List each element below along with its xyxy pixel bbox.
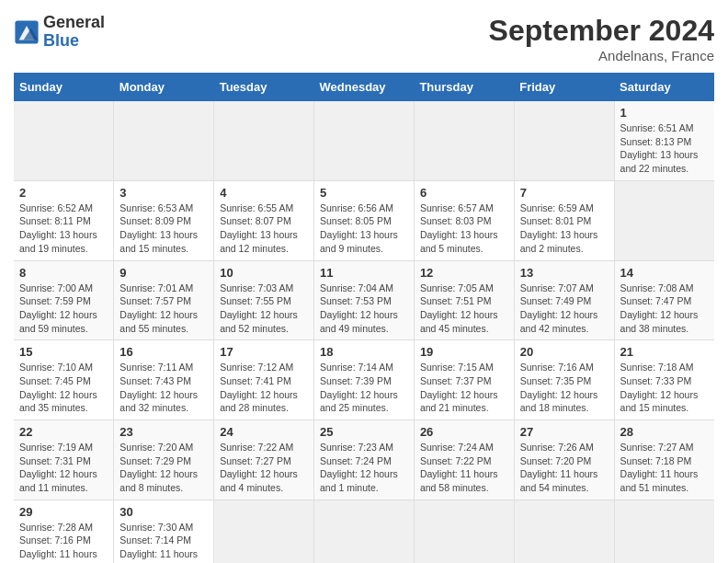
calendar-week-1: 1Sunrise: 6:51 AMSunset: 8:13 PMDaylight… — [14, 101, 714, 180]
day-number: 17 — [220, 345, 308, 359]
day-number: 30 — [119, 505, 208, 519]
day-number: 13 — [520, 266, 609, 280]
day-info: Sunrise: 6:55 AMSunset: 8:07 PMDaylight:… — [220, 202, 298, 254]
day-number: 3 — [119, 186, 208, 200]
calendar-table: SundayMondayTuesdayWednesdayThursdayFrid… — [14, 73, 714, 563]
calendar-cell — [414, 101, 514, 180]
day-number: 9 — [119, 266, 208, 280]
day-number: 11 — [320, 266, 408, 280]
day-number: 1 — [620, 106, 709, 120]
calendar-week-3: 15Sunrise: 7:10 AMSunset: 7:45 PMDayligh… — [14, 340, 714, 420]
day-number: 19 — [420, 345, 508, 359]
day-info: Sunrise: 6:56 AMSunset: 8:05 PMDaylight:… — [320, 202, 398, 254]
day-info: Sunrise: 7:07 AMSunset: 7:49 PMDaylight:… — [520, 282, 598, 334]
calendar-cell — [514, 101, 614, 180]
day-info: Sunrise: 7:14 AMSunset: 7:39 PMDaylight:… — [320, 362, 398, 413]
day-info: Sunrise: 7:08 AMSunset: 7:47 PMDaylight:… — [620, 282, 699, 334]
day-info: Sunrise: 7:01 AMSunset: 7:57 PMDaylight:… — [119, 282, 198, 334]
day-number: 25 — [320, 425, 408, 439]
calendar-cell: 28Sunrise: 7:27 AMSunset: 7:18 PMDayligh… — [614, 420, 714, 500]
calendar-cell: 12Sunrise: 7:05 AMSunset: 7:51 PMDayligh… — [414, 260, 514, 340]
calendar-week-4: 22Sunrise: 7:19 AMSunset: 7:31 PMDayligh… — [14, 420, 714, 500]
day-info: Sunrise: 7:23 AMSunset: 7:24 PMDaylight:… — [320, 442, 398, 493]
calendar-cell: 30Sunrise: 7:30 AMSunset: 7:14 PMDayligh… — [114, 500, 214, 563]
header-sunday: Sunday — [14, 73, 114, 101]
day-info: Sunrise: 7:15 AMSunset: 7:37 PMDaylight:… — [420, 362, 498, 413]
calendar-cell: 19Sunrise: 7:15 AMSunset: 7:37 PMDayligh… — [414, 340, 514, 420]
calendar-cell: 9Sunrise: 7:01 AMSunset: 7:57 PMDaylight… — [114, 260, 214, 340]
day-info: Sunrise: 7:11 AMSunset: 7:43 PMDaylight:… — [119, 362, 198, 413]
calendar-week-1b: 2Sunrise: 6:52 AMSunset: 8:11 PMDaylight… — [14, 180, 714, 260]
calendar-cell: 2Sunrise: 6:52 AMSunset: 8:11 PMDaylight… — [14, 180, 114, 260]
day-number: 22 — [19, 425, 108, 439]
day-info: Sunrise: 7:16 AMSunset: 7:35 PMDaylight:… — [520, 362, 598, 413]
calendar-cell — [414, 500, 514, 563]
title-area: September 2024 Andelnans, France — [489, 14, 714, 63]
day-info: Sunrise: 7:27 AMSunset: 7:18 PMDaylight:… — [620, 442, 699, 493]
day-number: 14 — [620, 266, 709, 280]
calendar-cell: 29Sunrise: 7:28 AMSunset: 7:16 PMDayligh… — [14, 500, 114, 563]
calendar-week-2: 8Sunrise: 7:00 AMSunset: 7:59 PMDaylight… — [14, 260, 714, 340]
logo-text: General Blue — [43, 14, 105, 51]
day-info: Sunrise: 7:00 AMSunset: 7:59 PMDaylight:… — [19, 282, 97, 334]
day-number: 29 — [19, 505, 108, 519]
calendar-cell: 16Sunrise: 7:11 AMSunset: 7:43 PMDayligh… — [114, 340, 214, 420]
day-info: Sunrise: 7:04 AMSunset: 7:53 PMDaylight:… — [320, 282, 398, 334]
header-thursday: Thursday — [414, 73, 514, 101]
logo-blue-text: Blue — [43, 32, 105, 51]
calendar-cell: 13Sunrise: 7:07 AMSunset: 7:49 PMDayligh… — [514, 260, 614, 340]
day-info: Sunrise: 6:57 AMSunset: 8:03 PMDaylight:… — [420, 202, 498, 254]
calendar-cell — [214, 101, 314, 180]
day-info: Sunrise: 7:20 AMSunset: 7:29 PMDaylight:… — [119, 442, 198, 493]
calendar-cell: 11Sunrise: 7:04 AMSunset: 7:53 PMDayligh… — [314, 260, 415, 340]
calendar-cell — [514, 500, 614, 563]
calendar-cell: 21Sunrise: 7:18 AMSunset: 7:33 PMDayligh… — [614, 340, 714, 420]
day-info: Sunrise: 7:19 AMSunset: 7:31 PMDaylight:… — [19, 442, 97, 493]
calendar-cell — [14, 101, 114, 180]
day-info: Sunrise: 7:05 AMSunset: 7:51 PMDaylight:… — [420, 282, 498, 334]
header-friday: Friday — [514, 73, 614, 101]
calendar-cell: 14Sunrise: 7:08 AMSunset: 7:47 PMDayligh… — [614, 260, 714, 340]
calendar-cell: 24Sunrise: 7:22 AMSunset: 7:27 PMDayligh… — [214, 420, 314, 500]
calendar-cell: 10Sunrise: 7:03 AMSunset: 7:55 PMDayligh… — [214, 260, 314, 340]
header-saturday: Saturday — [614, 73, 714, 101]
day-info: Sunrise: 7:28 AMSunset: 7:16 PMDaylight:… — [19, 522, 97, 563]
day-number: 28 — [620, 425, 709, 439]
calendar-cell: 7Sunrise: 6:59 AMSunset: 8:01 PMDaylight… — [514, 180, 614, 260]
calendar-cell — [314, 101, 415, 180]
logo: General Blue — [14, 14, 105, 51]
day-number: 27 — [520, 425, 609, 439]
day-number: 6 — [420, 186, 508, 200]
day-number: 16 — [119, 345, 208, 359]
day-number: 2 — [19, 186, 108, 200]
page-header: General Blue September 2024 Andelnans, F… — [14, 14, 714, 63]
calendar-cell: 27Sunrise: 7:26 AMSunset: 7:20 PMDayligh… — [514, 420, 614, 500]
calendar-cell: 3Sunrise: 6:53 AMSunset: 8:09 PMDaylight… — [114, 180, 214, 260]
calendar-cell: 26Sunrise: 7:24 AMSunset: 7:22 PMDayligh… — [414, 420, 514, 500]
calendar-cell: 1Sunrise: 6:51 AMSunset: 8:13 PMDaylight… — [614, 101, 714, 180]
day-number: 23 — [119, 425, 208, 439]
day-number: 24 — [220, 425, 308, 439]
day-number: 12 — [420, 266, 508, 280]
calendar-cell: 22Sunrise: 7:19 AMSunset: 7:31 PMDayligh… — [14, 420, 114, 500]
header-tuesday: Tuesday — [214, 73, 314, 101]
calendar-cell: 17Sunrise: 7:12 AMSunset: 7:41 PMDayligh… — [214, 340, 314, 420]
header-monday: Monday — [114, 73, 214, 101]
calendar-cell — [614, 500, 714, 563]
day-info: Sunrise: 6:52 AMSunset: 8:11 PMDaylight:… — [19, 202, 97, 254]
logo-general-text: General — [43, 14, 105, 32]
month-title: September 2024 — [489, 14, 714, 48]
day-number: 10 — [220, 266, 308, 280]
day-number: 20 — [520, 345, 609, 359]
calendar-cell: 23Sunrise: 7:20 AMSunset: 7:29 PMDayligh… — [114, 420, 214, 500]
day-info: Sunrise: 7:26 AMSunset: 7:20 PMDaylight:… — [520, 442, 598, 493]
day-number: 4 — [220, 186, 308, 200]
calendar-week-5: 29Sunrise: 7:28 AMSunset: 7:16 PMDayligh… — [14, 500, 714, 563]
day-info: Sunrise: 7:12 AMSunset: 7:41 PMDaylight:… — [220, 362, 298, 413]
day-info: Sunrise: 7:30 AMSunset: 7:14 PMDaylight:… — [119, 522, 198, 563]
location-text: Andelnans, France — [489, 48, 714, 63]
day-info: Sunrise: 7:03 AMSunset: 7:55 PMDaylight:… — [220, 282, 298, 334]
calendar-cell: 15Sunrise: 7:10 AMSunset: 7:45 PMDayligh… — [14, 340, 114, 420]
day-info: Sunrise: 7:18 AMSunset: 7:33 PMDaylight:… — [620, 362, 699, 413]
day-info: Sunrise: 6:59 AMSunset: 8:01 PMDaylight:… — [520, 202, 598, 254]
